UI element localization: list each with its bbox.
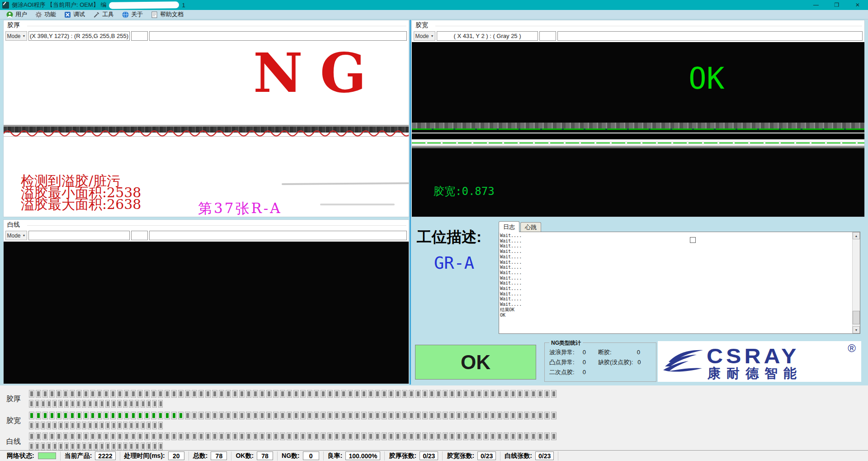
status-item-label: NG数: <box>282 452 300 460</box>
frame-indicator <box>429 412 434 419</box>
width-mode-dropdown[interactable]: Mode▼ <box>414 31 435 41</box>
tools-icon <box>93 11 100 18</box>
frame-indicator <box>110 390 116 398</box>
log-list[interactable]: Wait....Wait....Wait....Wait....Wait....… <box>500 233 851 333</box>
thickness-result-text: NG <box>253 46 383 100</box>
frame-indicator <box>135 422 139 429</box>
frame-indicator <box>422 432 428 440</box>
frame-indicator <box>141 442 145 450</box>
tab-heartbeat[interactable]: 心跳 <box>520 222 541 233</box>
frame-indicator <box>307 412 312 419</box>
white-line-aux-box <box>131 231 148 240</box>
thickness-mode-dropdown[interactable]: Mode▼ <box>5 31 27 41</box>
status-bar: 网络状态: 当前产品:2222处理时间(ms):20总数:78OK数:78NG数… <box>0 450 868 461</box>
title-censored-blob <box>109 1 179 9</box>
frame-indicator <box>137 390 143 398</box>
frame-indicator <box>29 432 34 440</box>
scrollbar-thumb[interactable] <box>853 311 860 324</box>
menu-item-help[interactable]: 帮助文档 <box>148 10 189 19</box>
scroll-up-icon[interactable]: ▲ <box>853 232 860 239</box>
frame-indicator <box>63 412 68 419</box>
frame-indicator <box>123 400 127 408</box>
frame-indicator <box>105 442 110 450</box>
menu-item-about[interactable]: 关于 <box>119 10 148 19</box>
log-scrollbar[interactable]: ▲ ▼ <box>852 232 860 333</box>
frame-indicator <box>97 432 102 440</box>
frame-indicator <box>293 390 299 398</box>
panel-title-rule <box>27 26 406 26</box>
frame-indicator <box>266 390 272 398</box>
frame-indicator <box>463 432 468 440</box>
frame-indicator <box>510 390 516 398</box>
frame-indicator <box>232 432 238 440</box>
vertical-splitter[interactable] <box>410 20 411 385</box>
frame-indicator <box>158 422 163 429</box>
frame-indicator <box>382 412 387 419</box>
close-button[interactable]: ✕ <box>847 0 868 10</box>
frame-indicator <box>456 390 462 398</box>
overall-result-button[interactable]: OK <box>415 345 536 380</box>
log-line: Wait.... <box>500 296 851 302</box>
frame-indicator <box>76 412 82 419</box>
frame-indicator <box>41 422 45 429</box>
frame-indicator <box>49 432 55 440</box>
frame-indicator <box>49 390 55 398</box>
menu-item-tools[interactable]: 工具 <box>90 10 119 19</box>
frame-indicator <box>246 432 251 440</box>
frame-indicator <box>158 432 163 440</box>
frame-indicator <box>58 442 63 450</box>
frame-indicator <box>246 412 251 419</box>
frame-indicator <box>76 432 82 440</box>
frame-indicator <box>35 442 39 450</box>
frame-indicator <box>327 432 333 440</box>
width-result-text: OK <box>689 64 724 94</box>
frame-indicator <box>64 400 69 408</box>
frame-indicator <box>443 432 448 440</box>
frame-indicator <box>341 390 346 398</box>
frame-indicator <box>70 390 75 398</box>
white-line-image-view[interactable] <box>4 242 409 384</box>
frame-indicator <box>88 442 92 450</box>
log-checkbox[interactable] <box>690 237 696 243</box>
indicator-row <box>29 400 163 408</box>
frame-indicator <box>314 390 319 398</box>
frame-indicator <box>239 432 245 440</box>
menu-item-debug[interactable]: 调试 <box>61 10 90 19</box>
frame-indicator <box>361 432 367 440</box>
width-info-box <box>557 31 863 41</box>
frame-indicator <box>158 442 163 450</box>
white-line-mode-dropdown[interactable]: Mode▼ <box>5 231 27 240</box>
frame-indicator <box>280 390 285 398</box>
panel-title-rule <box>27 225 406 226</box>
width-image-view[interactable]: OK 胶宽:0.873 <box>412 42 864 217</box>
frame-indicator <box>111 422 116 429</box>
thickness-image-view[interactable]: NG 检测到溢胶/脏污 溢胶最小面积:2538 溢胶最大面积:2638 第37张… <box>4 42 409 217</box>
tab-log[interactable]: 日志 <box>499 221 519 232</box>
scroll-down-icon[interactable]: ▼ <box>853 326 860 333</box>
frame-indicator <box>504 390 509 398</box>
registered-mark: ® <box>848 342 856 355</box>
status-item: 白线张数:0/23 <box>500 451 558 461</box>
frame-indicator <box>544 390 550 398</box>
frame-indicator <box>171 390 177 398</box>
maximize-button[interactable]: ❐ <box>826 0 847 10</box>
help-doc-icon <box>151 11 158 18</box>
frame-indicator <box>497 390 502 398</box>
menu-item-function[interactable]: 功能 <box>33 10 61 19</box>
frame-indicator <box>273 432 278 440</box>
status-item: 良率:100.000% <box>324 451 385 461</box>
frame-indicator <box>82 422 86 429</box>
frame-indicator <box>99 422 104 429</box>
frame-indicator <box>42 390 48 398</box>
thickness-toolbar: Mode▼ (X 398,Y 1272) : (R 255,G 255,B 25… <box>5 31 407 41</box>
frame-indicator <box>375 432 380 440</box>
frame-indicator <box>151 390 156 398</box>
frame-indicator <box>314 432 319 440</box>
frame-indicator <box>395 412 401 419</box>
menu-item-user[interactable]: 用户 <box>4 10 33 19</box>
minimize-button[interactable]: — <box>806 0 826 10</box>
frame-indicator <box>232 412 238 419</box>
frame-indicator <box>42 432 48 440</box>
frame-indicator <box>341 412 346 419</box>
frame-indicator <box>456 432 462 440</box>
